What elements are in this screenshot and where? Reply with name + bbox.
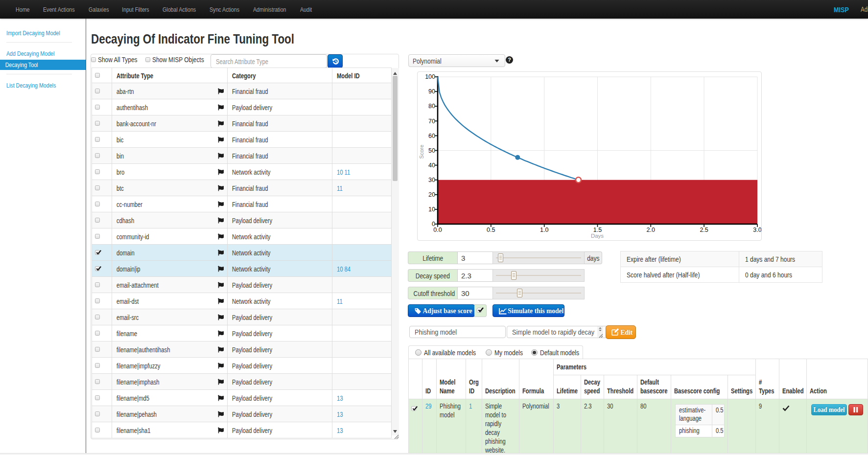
svg-text:2.5: 2.5 xyxy=(700,227,708,233)
svg-text:30: 30 xyxy=(428,177,435,183)
svg-text:100: 100 xyxy=(425,73,435,80)
svg-text:0.0: 0.0 xyxy=(433,227,442,233)
svg-text:40: 40 xyxy=(428,162,435,169)
svg-text:20: 20 xyxy=(428,191,435,198)
svg-text:Score: Score xyxy=(419,145,424,159)
svg-text:60: 60 xyxy=(428,133,435,139)
svg-text:80: 80 xyxy=(428,103,435,110)
svg-text:0.5: 0.5 xyxy=(487,227,495,233)
svg-text:Days: Days xyxy=(591,233,604,239)
svg-text:2.0: 2.0 xyxy=(647,227,655,233)
svg-text:10: 10 xyxy=(428,206,435,213)
svg-text:1.5: 1.5 xyxy=(593,227,602,233)
svg-text:90: 90 xyxy=(428,88,435,95)
svg-text:50: 50 xyxy=(428,147,435,154)
svg-text:70: 70 xyxy=(428,118,435,125)
svg-text:1.0: 1.0 xyxy=(540,227,548,233)
svg-text:3.0: 3.0 xyxy=(753,227,761,233)
